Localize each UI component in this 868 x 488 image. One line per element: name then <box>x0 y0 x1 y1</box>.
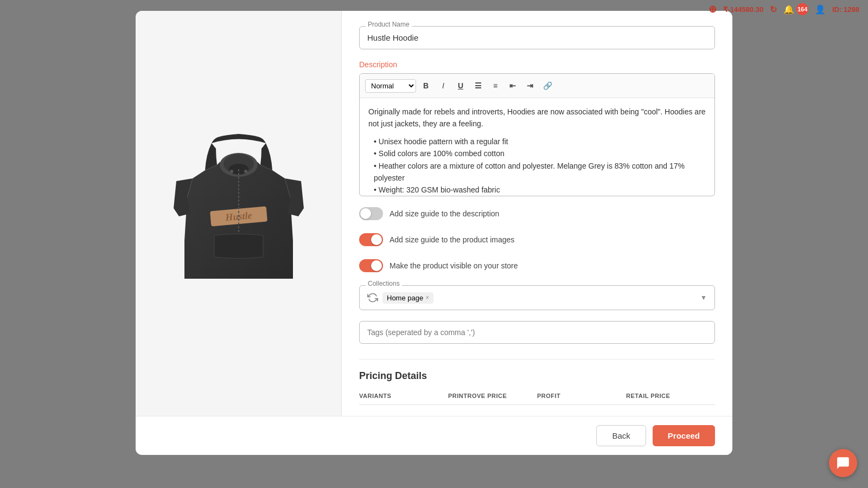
description-section: Description Normal Heading 1 Heading 2 B… <box>359 60 715 196</box>
collections-field: Collections Home page × ▼ <box>359 285 715 310</box>
toggle-size-guide-desc-label: Add size guide to the description <box>390 209 499 218</box>
col-profit: PROFIT <box>537 393 626 399</box>
underline-button[interactable]: U <box>453 78 468 93</box>
collection-tag-close[interactable]: × <box>425 294 429 301</box>
toggle-visible[interactable] <box>359 259 383 272</box>
toggle-size-guide-desc-row: Add size guide to the description <box>359 207 715 220</box>
toggle-size-guide-images-label: Add size guide to the product images <box>390 235 514 244</box>
product-name-input[interactable] <box>359 26 715 49</box>
align-left-button[interactable]: ⇤ <box>505 78 520 93</box>
refresh-collections-icon <box>367 292 378 303</box>
editor-content[interactable]: Originally made for rebels and introvert… <box>360 98 714 196</box>
proceed-button[interactable]: Proceed <box>653 425 715 446</box>
description-label: Description <box>359 60 715 69</box>
notification-bell[interactable]: 🔔 164 <box>783 3 808 15</box>
tags-input[interactable] <box>359 321 715 344</box>
align-right-button[interactable]: ⇥ <box>522 78 538 93</box>
svg-point-6 <box>230 170 233 173</box>
toggle-size-guide-desc[interactable] <box>359 207 383 220</box>
product-image-panel: Hustle <box>136 11 342 416</box>
format-select[interactable]: Normal Heading 1 Heading 2 <box>365 79 416 93</box>
product-image: Hustle <box>168 132 309 295</box>
description-editor: Normal Heading 1 Heading 2 B I U ☰ ≡ ⇤ ⇥ <box>359 73 715 196</box>
notification-badge: 164 <box>796 3 808 15</box>
toggle-visible-row: Make the product visible on your store <box>359 259 715 272</box>
collections-dropdown-arrow: ▼ <box>700 294 707 301</box>
pricing-section: Pricing Details VARIANTS PRINTROVE PRICE… <box>359 359 715 405</box>
add-balance-btn[interactable]: ⊕ <box>709 3 717 15</box>
modal-footer: Back Proceed <box>136 416 732 455</box>
chat-icon <box>836 456 850 470</box>
col-printrove: PRINTROVE PRICE <box>448 393 537 399</box>
collections-label: Collections <box>366 280 402 287</box>
product-modal: Hustle Product Name <box>136 11 732 455</box>
user-id: ID: 1298 <box>832 5 859 14</box>
pricing-title: Pricing Details <box>359 370 715 382</box>
toggle-visible-label: Make the product visible on your store <box>390 261 518 270</box>
refresh-btn[interactable]: ↻ <box>770 4 777 15</box>
pricing-table-header: VARIANTS PRINTROVE PRICE PROFIT RETAIL P… <box>359 393 715 405</box>
chat-button[interactable] <box>829 449 857 477</box>
toggle-size-guide-images[interactable] <box>359 233 383 246</box>
product-image-container: Hustle <box>163 127 315 300</box>
italic-button[interactable]: I <box>436 78 451 93</box>
svg-point-7 <box>244 170 247 173</box>
collection-tag: Home page × <box>382 292 433 304</box>
toggle-size-guide-images-row: Add size guide to the product images <box>359 233 715 246</box>
unordered-list-button[interactable]: ≡ <box>488 78 503 93</box>
tags-field <box>359 321 715 344</box>
top-bar: ⊕ ₹-144580.30 ↻ 🔔 164 👤 ID: 1298 <box>700 0 868 18</box>
right-panel: Product Name Description Normal Heading … <box>342 11 732 416</box>
balance-display: ₹-144580.30 <box>723 5 763 14</box>
link-button[interactable]: 🔗 <box>540 78 555 93</box>
description-bullets: Unisex hoodie pattern with a regular fit… <box>368 136 706 196</box>
col-variants: VARIANTS <box>359 393 448 399</box>
product-name-label: Product Name <box>366 21 412 28</box>
modal-overlay: Hustle Product Name <box>0 0 868 488</box>
col-retail: RETAIL PRICE <box>626 393 715 399</box>
product-name-field: Product Name <box>359 26 715 49</box>
user-avatar[interactable]: 👤 <box>815 4 826 15</box>
bold-button[interactable]: B <box>418 78 433 93</box>
collections-input[interactable]: Home page × ▼ <box>359 285 715 310</box>
ordered-list-button[interactable]: ☰ <box>470 78 486 93</box>
back-button[interactable]: Back <box>596 425 646 446</box>
editor-toolbar: Normal Heading 1 Heading 2 B I U ☰ ≡ ⇤ ⇥ <box>360 74 714 98</box>
